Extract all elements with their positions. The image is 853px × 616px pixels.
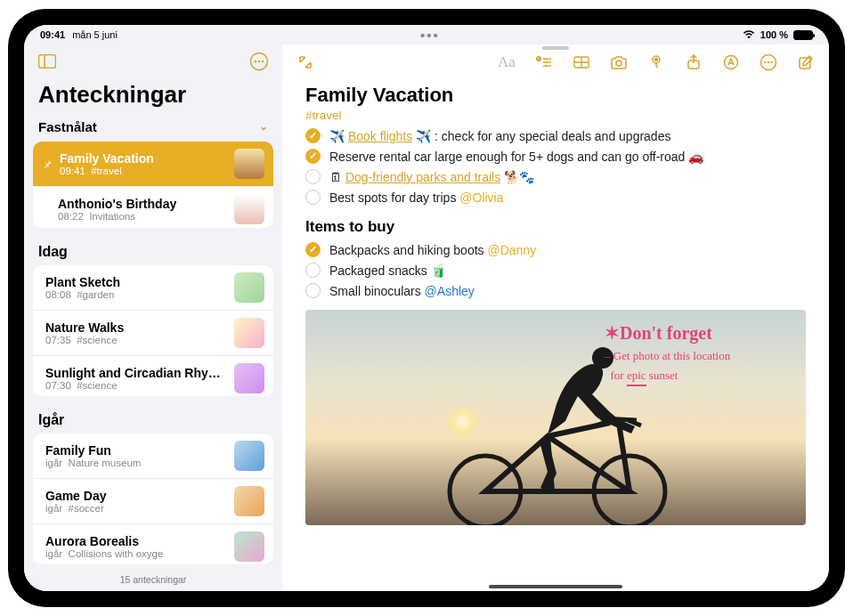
mention-olivia[interactable]: @Olivia <box>459 190 503 205</box>
checklist-button[interactable] <box>535 53 553 71</box>
note-thumbnail <box>234 531 264 562</box>
checkbox-icon[interactable] <box>305 283 321 298</box>
note-thumbnail <box>234 363 264 393</box>
camera-button[interactable] <box>610 53 628 71</box>
multitask-dots-icon[interactable]: ••• <box>420 28 440 43</box>
status-date: mån 5 juni <box>72 29 118 40</box>
svg-point-21 <box>770 61 772 63</box>
check-text: Small binoculars <box>329 284 425 298</box>
more-options-button[interactable] <box>248 51 270 72</box>
note-subheading: Items to buy <box>305 218 806 236</box>
check-item[interactable]: ✈️ Book flights ✈️ : check for any speci… <box>305 126 806 146</box>
pinned-notes-card: Family Vacation 09:41 #travel Anthonio's… <box>33 142 273 229</box>
note-subtitle: igår #soccer <box>45 503 227 514</box>
note-thumbnail <box>234 486 264 516</box>
yesterday-section-label: Igår <box>24 407 282 430</box>
pinned-section-label: Fastnålat <box>38 119 97 134</box>
note-thumbnail <box>234 272 264 303</box>
checkbox-icon[interactable] <box>305 263 321 278</box>
checkbox-checked-icon[interactable] <box>305 149 321 164</box>
note-tag[interactable]: #travel <box>305 109 806 122</box>
home-indicator[interactable] <box>489 585 622 588</box>
emoji: 🐕🐾 <box>504 170 534 184</box>
note-row[interactable]: Plant Sketch 08:08 #garden <box>33 265 273 311</box>
link-dog-friendly[interactable]: Dog-friendly parks and trails <box>345 170 500 184</box>
note-title: Nature Walks <box>45 320 227 335</box>
note-row[interactable]: Aurora Borealis igår Collisions with oxy… <box>33 524 273 564</box>
status-time: 09:41 <box>40 29 65 40</box>
table-button[interactable] <box>573 53 590 71</box>
check-text: Reserve rental car large enough for 5+ d… <box>329 150 688 164</box>
emoji: 🗓 <box>329 170 342 184</box>
note-row-family-vacation[interactable]: Family Vacation 09:41 #travel <box>33 142 273 187</box>
today-section-label: Idag <box>24 239 282 262</box>
svg-point-13 <box>616 61 621 66</box>
checkbox-icon[interactable] <box>305 190 321 205</box>
lock-button[interactable] <box>647 53 665 71</box>
emoji: ✈️ <box>416 129 431 143</box>
check-text: Backpacks and hiking boots <box>329 243 487 257</box>
note-row-anthonios-birthday[interactable]: Anthonio's Birthday 08:22 Invitations <box>33 187 273 229</box>
svg-point-20 <box>768 61 769 63</box>
svg-point-19 <box>764 61 766 63</box>
window-handle[interactable] <box>542 46 569 50</box>
today-notes-card: Plant Sketch 08:08 #garden Nature Walks … <box>33 265 273 396</box>
note-thumbnail <box>234 194 264 224</box>
compose-button[interactable] <box>797 53 815 71</box>
expand-icon[interactable] <box>297 53 314 71</box>
note-row[interactable]: Family Fun igår Nature museum <box>33 434 273 479</box>
check-item[interactable]: Packaged snacks 🧃 <box>305 260 806 280</box>
checkbox-icon[interactable] <box>305 169 321 184</box>
link-book-flights[interactable]: Book flights <box>348 129 412 143</box>
pin-icon <box>42 158 54 169</box>
check-item[interactable]: Backpacks and hiking boots @Danny <box>305 239 806 260</box>
markup-button[interactable] <box>722 53 740 71</box>
mention-ashley[interactable]: @Ashley <box>425 284 475 298</box>
note-title: Family Vacation <box>305 84 806 107</box>
check-item[interactable]: 🗓 Dog-friendly parks and trails 🐕🐾 <box>305 166 806 187</box>
note-thumbnail <box>234 441 264 471</box>
note-title: Anthonio's Birthday <box>58 197 227 211</box>
handwriting-line2: for epic sunset <box>605 369 792 385</box>
pinned-section-header[interactable]: Fastnålat ⌄ <box>24 116 282 138</box>
mention-danny[interactable]: @Danny <box>487 243 536 257</box>
check-item[interactable]: Reserve rental car large enough for 5+ d… <box>305 146 806 166</box>
emoji: 🚗 <box>688 150 703 164</box>
note-subtitle: 08:22 Invitations <box>58 211 227 222</box>
star-icon: ✶ <box>605 323 620 343</box>
checkbox-checked-icon[interactable] <box>305 128 321 143</box>
share-button[interactable] <box>685 53 703 71</box>
note-title: Family Vacation <box>60 151 227 166</box>
check-item[interactable]: Small binoculars @Ashley <box>305 280 806 301</box>
emoji: ✈️ <box>329 129 345 143</box>
checklist-items: Backpacks and hiking boots @Danny Packag… <box>305 239 806 301</box>
wifi-icon <box>743 30 755 39</box>
note-subtitle: igår Collisions with oxyge <box>45 548 227 559</box>
note-title: Game Day <box>45 489 227 503</box>
note-row[interactable]: Sunlight and Circadian Rhy… 07:30 #scien… <box>33 356 273 396</box>
check-item[interactable]: Best spots for day trips @Olivia <box>305 187 806 207</box>
note-row[interactable]: Nature Walks 07:35 #science <box>33 311 273 356</box>
check-text: Best spots for day trips <box>329 190 459 205</box>
emoji: 🧃 <box>431 263 446 278</box>
text-format-button[interactable]: Aa <box>498 53 516 71</box>
sidebar-title: Anteckningar <box>24 79 282 116</box>
note-content[interactable]: Family Vacation #travel ✈️ Book flights … <box>282 80 829 591</box>
note-subtitle: 08:08 #garden <box>45 289 227 300</box>
note-title: Sunlight and Circadian Rhy… <box>45 366 227 380</box>
battery-icon <box>793 30 813 40</box>
svg-point-3 <box>255 61 257 63</box>
handwriting-title: Don't forget <box>620 323 712 343</box>
checklist-main: ✈️ Book flights ✈️ : check for any speci… <box>305 126 806 207</box>
note-photo[interactable]: ✶Don't forget – Get photo at this locati… <box>305 310 806 525</box>
handwriting-line1: – Get photo at this location <box>605 349 792 363</box>
note-subtitle: 07:30 #science <box>45 380 227 391</box>
chevron-down-icon: ⌄ <box>259 120 268 133</box>
battery-percent: 100 % <box>760 29 788 40</box>
checkbox-checked-icon[interactable] <box>305 242 321 257</box>
note-row[interactable]: Game Day igår #soccer <box>33 479 273 524</box>
more-button[interactable] <box>760 53 777 71</box>
sidebar-toggle-button[interactable] <box>37 51 58 72</box>
check-text: Packaged snacks <box>329 263 431 278</box>
handwriting-annotation: ✶Don't forget – Get photo at this locati… <box>605 322 792 386</box>
